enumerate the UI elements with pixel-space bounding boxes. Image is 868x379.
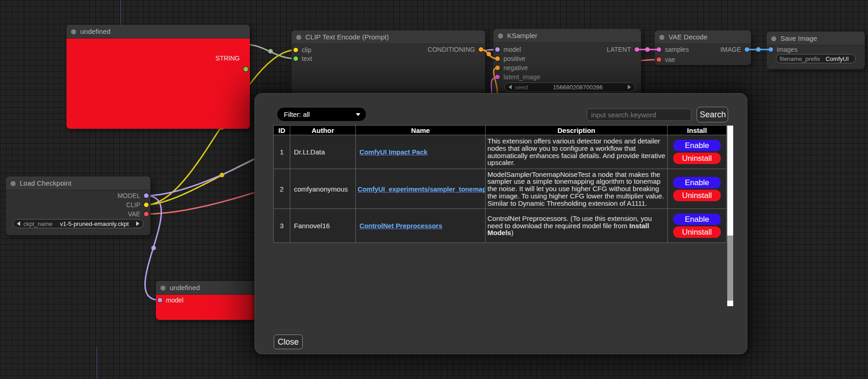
extension-table-container[interactable]: ID Author Name Description Install 1 Dr.… — [273, 125, 733, 307]
extension-link[interactable]: ControlNet Preprocessors — [359, 222, 442, 230]
column-header-id: ID — [274, 126, 290, 135]
extension-table: ID Author Name Description Install 1 Dr.… — [273, 125, 727, 243]
node-ksampler[interactable]: KSampler model positive negative latent_… — [493, 29, 641, 102]
chevron-down-icon — [356, 113, 360, 116]
enable-button[interactable]: Enable — [673, 140, 721, 151]
port-dot-positive-input[interactable] — [495, 56, 500, 61]
filename-prefix-widget[interactable]: filename_prefix ComfyUI — [776, 54, 856, 63]
link-dot — [487, 52, 491, 56]
extension-link[interactable]: ComfyUI_experiments/sampler_tonemap — [358, 186, 486, 193]
node-titlebar[interactable]: KSampler — [493, 29, 641, 43]
search-button[interactable]: Search — [697, 107, 728, 122]
link-dot — [268, 49, 273, 54]
port-label: negative — [503, 64, 528, 71]
port-dot-vae-input[interactable] — [657, 57, 661, 62]
widget-value: ComfyUI — [820, 55, 849, 62]
increment-arrow-icon[interactable] — [628, 85, 631, 89]
node-title: KSampler — [507, 32, 537, 39]
port-dot-images-input[interactable] — [768, 47, 773, 52]
node-title: Save Image — [780, 34, 817, 42]
enable-button[interactable]: Enable — [673, 214, 721, 225]
node-title: VAE Decode — [669, 33, 708, 41]
port-label: CLIP — [126, 201, 140, 209]
port-dot-text-input[interactable] — [293, 56, 298, 61]
port-label: LATENT — [607, 46, 631, 53]
extension-link[interactable]: ComfyUI Impact Pack — [359, 148, 427, 156]
link-dot — [220, 173, 224, 177]
enable-button[interactable]: Enable — [673, 177, 721, 188]
port-dot-clip-output[interactable] — [144, 203, 149, 207]
node-titlebar[interactable]: CLIP Text Encode (Prompt) — [292, 30, 485, 44]
cell-author: comfyanonymous — [290, 169, 356, 209]
port-dot-latent-image-input[interactable] — [495, 75, 500, 79]
node-vae-decode[interactable]: VAE Decode samples vae IMAGE — [655, 30, 751, 65]
port-label: MODEL — [117, 192, 140, 199]
uninstall-button[interactable]: Uninstall — [673, 190, 721, 201]
filter-select[interactable]: Filter: all — [277, 108, 366, 121]
scrollbar-thumb[interactable] — [727, 131, 733, 236]
decrement-arrow-icon[interactable] — [509, 85, 512, 89]
port-label: text — [302, 55, 312, 62]
scrollbar-down-button[interactable] — [727, 301, 733, 306]
input-port-negative: negative — [493, 63, 641, 72]
port-dot-conditioning-output[interactable] — [479, 47, 483, 52]
cell-install: Enable Uninstall — [668, 135, 727, 169]
uninstall-button[interactable]: Uninstall — [673, 226, 721, 238]
node-titlebar[interactable]: VAE Decode — [655, 30, 751, 44]
close-button[interactable]: Close — [274, 335, 303, 349]
input-port-text: text — [292, 54, 485, 63]
port-dot-image-output[interactable] — [745, 47, 749, 52]
node-status-dot-icon — [659, 35, 664, 40]
node-body-error: STRING — [66, 38, 250, 129]
table-header-row: ID Author Name Description Install — [274, 126, 727, 135]
node-titlebar[interactable]: Load Checkpoint — [6, 176, 150, 190]
cell-description: ControlNet Preprocessors. (To use this e… — [486, 209, 668, 243]
node-save-image[interactable]: Save Image images filename_prefix ComfyU… — [767, 32, 865, 69]
node-load-checkpoint[interactable]: Load Checkpoint MODEL CLIP VAE ckpt_name… — [6, 176, 150, 235]
cell-author: Fannovel16 — [290, 209, 356, 243]
port-label: model — [166, 297, 183, 304]
cell-name: ControlNet Preprocessors — [356, 209, 486, 243]
uninstall-button[interactable]: Uninstall — [673, 153, 721, 164]
cell-install: Enable Uninstall — [668, 169, 727, 209]
node-status-dot-icon — [771, 36, 776, 41]
port-dot-model-input[interactable] — [158, 298, 162, 302]
port-label: CONDITIONING — [428, 46, 475, 53]
node-status-dot-icon — [296, 35, 301, 40]
column-header-install: Install — [668, 126, 727, 135]
seed-widget[interactable]: seed 156680208700286 — [504, 82, 635, 92]
port-label: vae — [665, 56, 675, 63]
output-port-model: MODEL — [6, 191, 150, 200]
increment-arrow-icon[interactable] — [136, 221, 139, 226]
input-port-vae: vae — [655, 55, 751, 64]
ckpt-name-widget[interactable]: ckpt_name v1-5-pruned-emaonly.ckpt — [13, 219, 144, 228]
widget-value: 156680208700286 — [528, 84, 628, 91]
port-dot-string-output[interactable] — [243, 67, 248, 71]
port-dot-vae-output[interactable] — [144, 212, 149, 216]
canvas-grid-line — [96, 347, 97, 379]
output-port-clip: CLIP — [6, 200, 150, 209]
port-dot-model-output[interactable] — [144, 193, 149, 198]
node-status-dot-icon — [160, 286, 166, 291]
node-titlebar[interactable]: undefined — [66, 25, 250, 38]
cell-id: 2 — [274, 169, 290, 209]
column-header-name: Name — [356, 126, 486, 135]
port-dot-negative-input[interactable] — [495, 66, 500, 70]
widget-value: v1-5-pruned-emaonly.ckpt — [53, 220, 136, 227]
filter-selected-value: Filter: all — [284, 110, 310, 118]
port-label: positive — [503, 55, 525, 62]
node-status-dot-icon — [498, 33, 503, 38]
node-title: Load Checkpoint — [20, 179, 72, 187]
output-port-vae: VAE — [6, 209, 150, 219]
node-graph-canvas[interactable]: undefined STRING CLIP Text Encode (Promp… — [0, 0, 868, 379]
widget-name: seed — [515, 84, 528, 91]
decrement-arrow-icon[interactable] — [17, 221, 20, 226]
node-titlebar[interactable]: Save Image — [767, 32, 865, 45]
widget-name: filename_prefix — [780, 55, 820, 62]
table-scrollbar[interactable] — [727, 126, 733, 306]
port-dot-latent-output[interactable] — [635, 47, 639, 52]
node-undefined-string[interactable]: undefined STRING — [66, 25, 250, 129]
table-row: 1 Dr.Lt.Data ComfyUI Impact Pack This ex… — [274, 135, 727, 169]
scrollbar-up-button[interactable] — [727, 126, 733, 131]
search-input[interactable] — [587, 109, 691, 121]
